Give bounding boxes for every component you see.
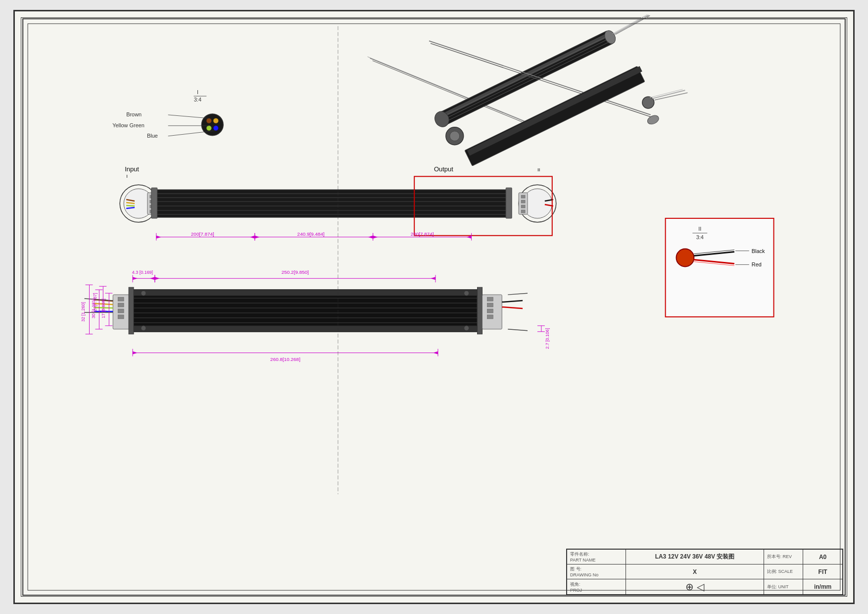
scale-label: 比例: SCALE bbox=[767, 568, 800, 575]
svg-rect-104 bbox=[133, 290, 478, 332]
svg-text:Output: Output bbox=[434, 165, 453, 173]
svg-text:I: I bbox=[197, 89, 198, 95]
svg-rect-96 bbox=[118, 309, 124, 313]
svg-rect-66 bbox=[521, 210, 525, 213]
svg-text:2.7 [0.106]: 2.7 [0.106] bbox=[545, 328, 550, 349]
svg-rect-122 bbox=[487, 309, 493, 313]
svg-text:4.3 [0.169]: 4.3 [0.169] bbox=[132, 270, 153, 275]
svg-line-23 bbox=[650, 89, 683, 98]
svg-point-116 bbox=[464, 326, 469, 331]
svg-rect-49 bbox=[156, 190, 506, 217]
svg-line-12 bbox=[612, 14, 648, 33]
drawing-no-label: 图 号:DRAWING No bbox=[570, 566, 623, 577]
svg-line-126 bbox=[508, 293, 528, 295]
svg-rect-120 bbox=[487, 297, 493, 301]
unit-value: in/mm bbox=[814, 583, 831, 590]
svg-rect-95 bbox=[118, 303, 124, 307]
svg-rect-64 bbox=[521, 200, 525, 203]
svg-marker-86 bbox=[373, 236, 378, 239]
svg-text:I: I bbox=[126, 173, 128, 179]
scale-value: FIT bbox=[819, 568, 827, 575]
rev-value: A0 bbox=[819, 554, 826, 561]
svg-point-15 bbox=[646, 114, 660, 126]
proj-label: 视角:PROJ bbox=[570, 581, 623, 593]
svg-rect-118 bbox=[478, 287, 482, 334]
svg-rect-106 bbox=[133, 326, 478, 332]
drawing-sheet: I 3:4 Brown Yellow Green Blue bbox=[13, 10, 855, 604]
svg-text:250.2[9.850]: 250.2[9.850] bbox=[282, 269, 309, 275]
isometric-view bbox=[368, 11, 688, 166]
svg-point-114 bbox=[464, 291, 469, 296]
svg-line-125 bbox=[502, 307, 523, 308]
svg-point-19 bbox=[450, 131, 460, 141]
svg-marker-74 bbox=[156, 236, 161, 239]
svg-rect-117 bbox=[129, 287, 134, 334]
svg-point-115 bbox=[141, 326, 146, 331]
svg-text:200[7.874]: 200[7.874] bbox=[411, 231, 434, 237]
svg-text:II: II bbox=[698, 226, 701, 232]
svg-marker-138 bbox=[431, 277, 435, 280]
svg-text:Yellow Green: Yellow Green bbox=[112, 122, 145, 128]
svg-point-30 bbox=[206, 126, 211, 131]
title-block: 零件名称:PART NAME LA3 12V 24V 36V 48V 安装图 所… bbox=[566, 549, 843, 595]
svg-point-113 bbox=[141, 291, 146, 296]
svg-point-27 bbox=[201, 114, 223, 136]
svg-rect-105 bbox=[133, 290, 478, 296]
svg-rect-17 bbox=[467, 66, 642, 156]
svg-text:3:4: 3:4 bbox=[194, 97, 201, 102]
svg-text:II: II bbox=[537, 167, 540, 172]
svg-marker-75 bbox=[250, 236, 255, 239]
section-II-callout: II 3:4 Black Red bbox=[666, 218, 774, 317]
drawing-no-value: X bbox=[693, 568, 697, 575]
svg-text:30 [1.181]: 30 [1.181] bbox=[91, 299, 96, 318]
svg-point-31 bbox=[213, 126, 218, 131]
svg-marker-80 bbox=[255, 236, 260, 239]
svg-text:32 [1.260]: 32 [1.260] bbox=[81, 302, 86, 322]
svg-point-166 bbox=[676, 249, 694, 267]
svg-line-127 bbox=[508, 329, 528, 331]
svg-text:240.9[9.484]: 240.9[9.484] bbox=[297, 231, 325, 237]
svg-marker-131 bbox=[133, 277, 138, 280]
svg-text:260.8[10.268]: 260.8[10.268] bbox=[270, 357, 300, 362]
svg-text:Red: Red bbox=[752, 261, 762, 267]
svg-rect-121 bbox=[487, 303, 493, 307]
part-name-value: LA3 12V 24V 36V 48V 安装图 bbox=[655, 553, 735, 560]
svg-rect-123 bbox=[487, 315, 493, 319]
svg-marker-81 bbox=[368, 236, 373, 239]
rev-label: 所本号: REV bbox=[767, 554, 800, 560]
svg-point-28 bbox=[206, 118, 211, 123]
svg-marker-137 bbox=[155, 277, 160, 280]
svg-rect-65 bbox=[521, 205, 525, 208]
svg-text:17 [0.669]: 17 [0.669] bbox=[101, 299, 106, 318]
svg-marker-132 bbox=[150, 277, 155, 280]
part-name-label: 零件名称:PART NAME bbox=[570, 551, 623, 563]
svg-rect-63 bbox=[521, 195, 525, 198]
unit-label: 单位: UNIT bbox=[767, 584, 800, 590]
svg-text:Input: Input bbox=[125, 165, 139, 173]
svg-rect-97 bbox=[118, 315, 124, 319]
svg-text:Blue: Blue bbox=[147, 133, 158, 139]
svg-line-42 bbox=[126, 205, 135, 206]
svg-text:200[7.874]: 200[7.874] bbox=[191, 231, 214, 237]
svg-text:3:4: 3:4 bbox=[696, 234, 704, 240]
svg-line-7 bbox=[443, 41, 612, 123]
svg-line-32 bbox=[168, 115, 209, 118]
svg-rect-56 bbox=[151, 188, 157, 218]
bottom-view bbox=[85, 287, 528, 334]
svg-point-29 bbox=[213, 118, 218, 123]
svg-rect-94 bbox=[118, 297, 124, 301]
svg-text:Brown: Brown bbox=[126, 111, 142, 117]
section-I-callout: I 3:4 Brown Yellow Green Blue bbox=[112, 89, 223, 139]
svg-marker-144 bbox=[433, 352, 438, 355]
svg-line-124 bbox=[502, 301, 523, 302]
svg-text:Black: Black bbox=[752, 248, 765, 254]
svg-rect-57 bbox=[506, 188, 512, 218]
svg-line-10 bbox=[613, 15, 649, 34]
svg-marker-143 bbox=[133, 352, 138, 355]
